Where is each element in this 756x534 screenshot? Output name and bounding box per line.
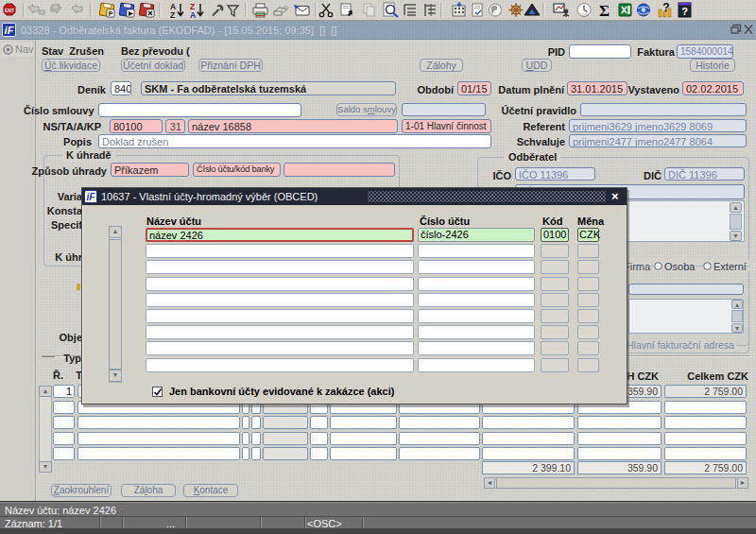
svg-text:?: ? bbox=[681, 6, 688, 17]
svg-text:P: P bbox=[109, 10, 113, 17]
svg-text:?: ? bbox=[662, 1, 669, 14]
svg-text:EXIT: EXIT bbox=[5, 9, 14, 13]
svg-text:Z: Z bbox=[170, 10, 175, 20]
svg-text:Σ: Σ bbox=[599, 2, 610, 20]
svg-text:12:00: 12:00 bbox=[580, 13, 589, 17]
svg-text:A: A bbox=[190, 10, 196, 20]
